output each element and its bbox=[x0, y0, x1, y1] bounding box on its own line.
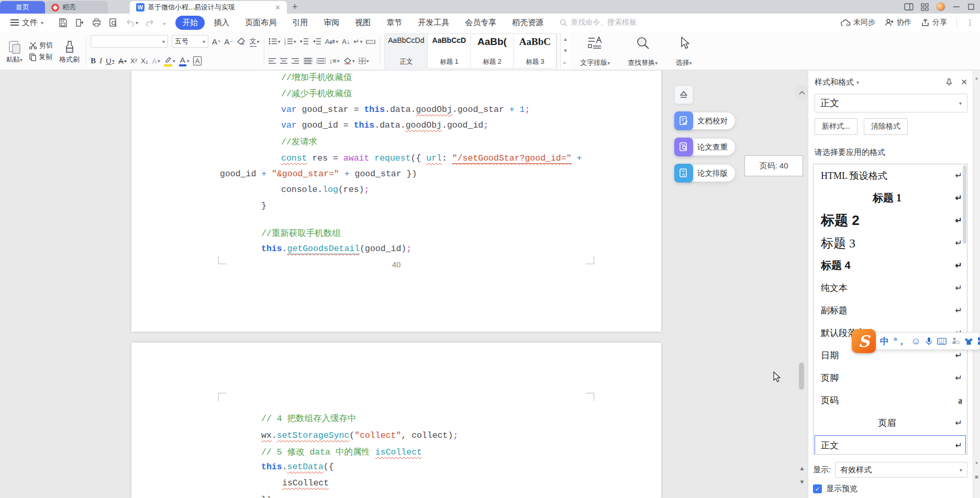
font-color-button[interactable]: A▾ bbox=[179, 55, 190, 66]
next-page-button[interactable]: ▼ bbox=[796, 477, 808, 487]
align-right-button[interactable] bbox=[292, 58, 299, 64]
underline-button[interactable]: U▾ bbox=[106, 56, 115, 65]
italic-button[interactable]: I bbox=[99, 56, 102, 65]
show-marks-button[interactable]: ↵▾ bbox=[353, 38, 362, 46]
previous-page-button[interactable]: ▲ bbox=[796, 463, 808, 473]
font-size-combobox[interactable]: 五号▾ bbox=[172, 35, 208, 48]
distribute-button[interactable] bbox=[317, 58, 326, 64]
menu-item-7[interactable]: 开发工具 bbox=[411, 16, 456, 30]
share-button[interactable]: 分享 bbox=[921, 18, 947, 27]
menu-item-2[interactable]: 页面布局 bbox=[238, 16, 283, 30]
cut-button[interactable]: 剪切 bbox=[29, 40, 53, 51]
command-search[interactable]: 查找命令、搜索模板 bbox=[560, 18, 637, 27]
split-screen-icon[interactable] bbox=[904, 3, 914, 10]
close-tab-icon[interactable]: ✕ bbox=[275, 4, 281, 12]
maximize-icon[interactable] bbox=[967, 3, 975, 10]
style-gallery-item-3[interactable]: AaBbC标题 3 bbox=[514, 34, 556, 68]
superscript-button[interactable]: X² bbox=[130, 57, 137, 65]
more-menu-icon[interactable]: ⋮ bbox=[966, 18, 974, 27]
bold-button[interactable]: B bbox=[91, 56, 96, 65]
menu-item-6[interactable]: 章节 bbox=[380, 16, 409, 30]
decrease-font-button[interactable]: A− bbox=[224, 37, 232, 46]
collapse-assistant-button[interactable] bbox=[674, 85, 693, 104]
shading-button[interactable]: ▾ bbox=[343, 58, 355, 64]
style-gallery-item-2[interactable]: AaBb(标题 2 bbox=[471, 34, 514, 68]
format-painter-button[interactable]: 格式刷 bbox=[57, 37, 82, 65]
tab-home[interactable]: 首页 bbox=[0, 1, 45, 14]
line-spacing-button[interactable]: ↕≡▾ bbox=[329, 57, 340, 65]
typography-button[interactable]: 文字排版▾ bbox=[573, 33, 617, 69]
select-button[interactable]: 选择▾ bbox=[668, 33, 699, 69]
style-list-item-10[interactable]: 页码a bbox=[814, 389, 967, 412]
toolbox-icon[interactable] bbox=[978, 337, 980, 345]
style-list-item-3[interactable]: 标题 3↵ bbox=[814, 232, 967, 254]
clear-format-button[interactable] bbox=[237, 38, 246, 45]
sogou-logo-icon[interactable]: S bbox=[852, 329, 876, 353]
proofread-button[interactable]: 文档校对 bbox=[674, 111, 735, 130]
borders-button[interactable]: ▾ bbox=[359, 58, 369, 64]
print-icon[interactable] bbox=[92, 18, 102, 28]
menu-item-5[interactable]: 视图 bbox=[348, 16, 377, 30]
chinese-mode-icon[interactable]: 中 bbox=[880, 335, 889, 347]
justify-button[interactable] bbox=[303, 57, 313, 65]
menu-item-1[interactable]: 插入 bbox=[207, 16, 236, 30]
collaborate-button[interactable]: 协作 bbox=[885, 18, 911, 27]
gallery-more-icon[interactable]: ≡ bbox=[563, 60, 567, 65]
save-icon[interactable] bbox=[58, 18, 68, 28]
customize-toolbar-icon[interactable]: ⌄ bbox=[162, 19, 167, 26]
menu-item-3[interactable]: 引用 bbox=[285, 16, 315, 30]
menu-item-9[interactable]: 稻壳资源 bbox=[505, 16, 550, 30]
tab-document[interactable]: W 基于微信小程...易设计与实现 ✕ bbox=[130, 1, 287, 14]
copy-button[interactable]: 复制 bbox=[29, 51, 53, 63]
strip-grid-icon[interactable]: ▣ bbox=[973, 474, 980, 479]
gallery-down-icon[interactable]: ▼ bbox=[563, 48, 567, 53]
new-style-button[interactable]: 新样式... bbox=[815, 118, 858, 135]
style-list-item-2[interactable]: 标题 2↵ bbox=[814, 209, 967, 232]
find-replace-button[interactable]: 查找替换▾ bbox=[620, 33, 665, 69]
paste-button[interactable]: 粘贴▾ bbox=[4, 37, 25, 65]
text-effects-button[interactable]: A▾ bbox=[152, 56, 160, 65]
highlight-button[interactable]: ▾ bbox=[164, 55, 175, 66]
input-assistant-icon[interactable] bbox=[951, 337, 960, 345]
minimize-icon[interactable] bbox=[953, 3, 960, 10]
microphone-icon[interactable] bbox=[926, 337, 932, 346]
scroll-up-button[interactable] bbox=[795, 85, 809, 100]
menu-item-8[interactable]: 会员专享 bbox=[458, 16, 503, 30]
file-menu-button[interactable]: 文件 ▾ bbox=[6, 18, 48, 28]
document-page-1[interactable]: //增加手机收藏值//减少手机收藏值var good_star = this.d… bbox=[131, 71, 661, 332]
undo-button[interactable]: ▾ bbox=[125, 18, 138, 27]
print-preview-icon[interactable] bbox=[108, 18, 118, 28]
workspace-grid-icon[interactable] bbox=[921, 3, 929, 11]
style-list-item-11[interactable]: 页眉↵ bbox=[814, 412, 967, 434]
tab-ruler-button[interactable] bbox=[366, 38, 375, 44]
user-avatar[interactable] bbox=[936, 2, 945, 12]
style-gallery-item-0[interactable]: AaBbCcDd正文 bbox=[385, 34, 428, 68]
show-filter-combobox[interactable]: 有效样式 ▾ bbox=[835, 462, 967, 478]
gallery-up-icon[interactable]: ▲ bbox=[563, 37, 567, 42]
menu-item-0[interactable]: 开始 bbox=[175, 16, 205, 30]
font-name-combobox[interactable]: ▾ bbox=[91, 35, 168, 48]
punctuation-icon[interactable]: °， bbox=[894, 335, 906, 347]
export-icon[interactable] bbox=[75, 18, 85, 28]
character-border-button[interactable]: A bbox=[193, 56, 202, 65]
increase-indent-button[interactable] bbox=[313, 38, 321, 45]
style-list-item-6[interactable]: 副标题↵ bbox=[814, 299, 967, 322]
phonetic-guide-button[interactable]: 文▾ bbox=[250, 37, 260, 47]
scrollbar-thumb[interactable] bbox=[799, 363, 804, 390]
strip-down-icon[interactable]: ▼ bbox=[973, 461, 980, 466]
style-list-item-5[interactable]: 纯文本↵ bbox=[814, 277, 967, 299]
decrease-indent-button[interactable] bbox=[300, 38, 309, 45]
current-style-combobox[interactable]: 正文 ▾ bbox=[815, 94, 967, 112]
show-preview-checkbox[interactable]: ✓ 显示预览 bbox=[813, 484, 858, 494]
increase-font-button[interactable]: A+ bbox=[212, 37, 220, 46]
close-panel-icon[interactable]: ✕ bbox=[961, 77, 967, 87]
subscript-button[interactable]: X₂ bbox=[141, 57, 148, 65]
style-list-item-12[interactable]: 正文↵ bbox=[814, 434, 967, 455]
sort-button[interactable]: A↓ bbox=[342, 38, 350, 46]
align-center-button[interactable] bbox=[280, 58, 288, 64]
strikethrough-button[interactable]: A▾ bbox=[118, 56, 127, 65]
tab-docer[interactable]: 稻壳 bbox=[45, 1, 108, 14]
skin-icon[interactable] bbox=[964, 337, 973, 345]
thesis-format-button[interactable]: A 论文排版 bbox=[674, 164, 735, 183]
text-tool-button[interactable]: A⇄▾ bbox=[325, 38, 339, 46]
